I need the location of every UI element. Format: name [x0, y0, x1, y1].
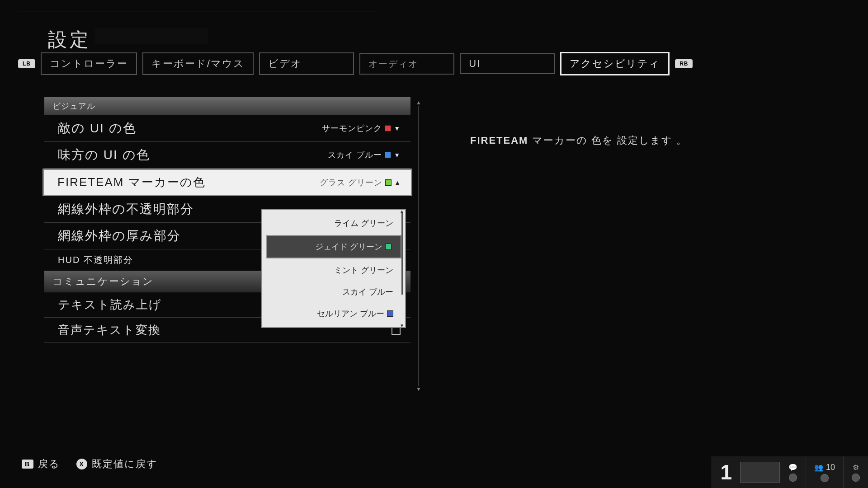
- page-title: 設定: [48, 27, 91, 52]
- row-label: 網線外枠の不透明部分: [58, 201, 194, 218]
- status-bar-slot: [740, 462, 780, 483]
- color-swatch-icon: [385, 152, 391, 158]
- lb-bumper[interactable]: LB: [18, 59, 35, 68]
- row-label: テキスト読み上げ: [58, 297, 162, 313]
- dropdown-option-jade[interactable]: ジェイド グリーン: [266, 235, 401, 258]
- x-button-icon: X: [76, 459, 87, 469]
- row-label: 味方の UI の色: [58, 146, 150, 164]
- scroll-up-arrow-icon[interactable]: ▲: [416, 99, 421, 106]
- color-swatch-icon: [385, 125, 391, 131]
- tab-audio[interactable]: オーディオ: [359, 53, 454, 75]
- people-icon: 👥: [814, 463, 823, 472]
- row-value: サーモンピンク ▼: [322, 123, 401, 134]
- tab-controller[interactable]: コントローラー: [41, 52, 137, 75]
- tab-bar: LB コントローラー キーボード/マウス ビデオ オーディオ UI アクセシビリ…: [18, 52, 693, 75]
- section-visual: ビジュアル: [44, 97, 410, 115]
- dropdown-option-mint[interactable]: ミント グリーン: [265, 259, 402, 281]
- chevron-down-icon: ▼: [394, 125, 401, 132]
- tab-video[interactable]: ビデオ: [259, 52, 354, 75]
- row-label: 音声テキスト変換: [58, 322, 161, 338]
- color-swatch-icon: [387, 310, 393, 317]
- dropdown-option-lime[interactable]: ライム グリーン: [265, 212, 402, 234]
- color-dropdown: ▲ ライム グリーン ジェイド グリーン ミント グリーン スカイ ブルー セル…: [261, 209, 406, 328]
- row-label: 網線外枠の厚み部分: [58, 227, 181, 244]
- settings-button[interactable]: ⚙: [843, 456, 868, 488]
- row-enemy-color[interactable]: 敵の UI の色 サーモンピンク ▼: [44, 115, 410, 142]
- reset-button[interactable]: X 既定値に戻す: [76, 457, 158, 471]
- back-button[interactable]: B 戻る: [22, 457, 60, 471]
- players-button[interactable]: 👥 10: [806, 456, 843, 488]
- chevron-down-icon: ▼: [394, 151, 401, 159]
- tab-accessibility[interactable]: アクセシビリティ: [560, 52, 670, 75]
- dropdown-scrollbar[interactable]: [401, 213, 403, 295]
- row-label: 敵の UI の色: [58, 120, 137, 137]
- color-swatch-icon: [385, 179, 392, 186]
- gear-icon: ⚙: [853, 463, 859, 472]
- color-swatch-icon: [385, 244, 392, 250]
- scroll-down-arrow-icon[interactable]: ▼: [416, 386, 421, 392]
- chevron-down-icon[interactable]: ▼: [400, 323, 404, 328]
- row-label: FIRETEAM マーカーの色: [57, 174, 206, 190]
- footer-hints: B 戻る X 既定値に戻す: [22, 457, 158, 471]
- status-number: 1: [712, 460, 740, 484]
- status-bar: 1 💬 👥 10 ⚙: [712, 456, 868, 488]
- rb-bumper[interactable]: RB: [675, 59, 693, 68]
- chat-icon: 💬: [788, 463, 797, 472]
- dropdown-option-skyblue[interactable]: スカイ ブルー: [265, 281, 402, 303]
- b-button-icon: B: [22, 460, 33, 469]
- tab-keyboard[interactable]: キーボード/マウス: [142, 52, 254, 75]
- row-ally-color[interactable]: 味方の UI の色 スカイ ブルー ▼: [44, 142, 410, 169]
- setting-description: FIRETEAM マーカーの 色を 設定します 。: [470, 134, 687, 147]
- row-value: グラス グリーン ▲: [320, 177, 401, 188]
- dropdown-option-cerulean[interactable]: セルリアン ブルー: [265, 303, 402, 324]
- chat-button[interactable]: 💬: [780, 456, 806, 488]
- row-value: スカイ ブルー ▼: [328, 150, 401, 160]
- tab-ui[interactable]: UI: [460, 53, 555, 74]
- chevron-up-icon: ▲: [394, 179, 401, 186]
- row-label: HUD 不透明部分: [58, 254, 133, 266]
- scrollbar[interactable]: [418, 106, 419, 386]
- row-fireteam-color[interactable]: FIRETEAM マーカーの色 グラス グリーン ▲: [42, 169, 412, 196]
